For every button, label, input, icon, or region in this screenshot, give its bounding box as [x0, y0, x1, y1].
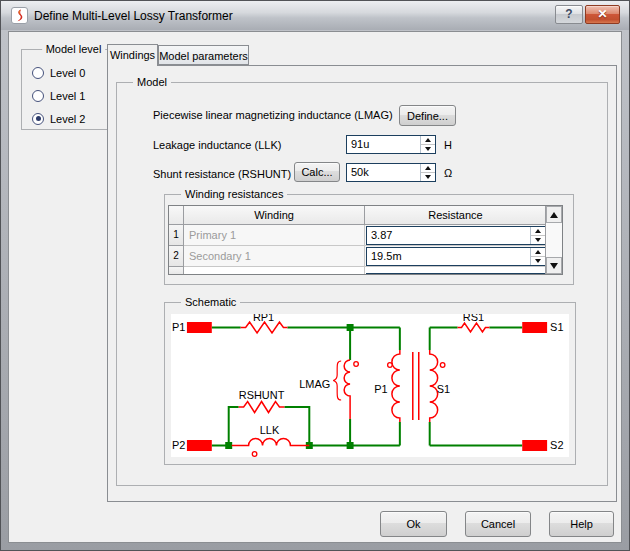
- resistance-cell: 3.87: [365, 225, 547, 246]
- spin-up[interactable]: [531, 227, 545, 235]
- transformer-schematic: P1 P2 S1 S2 RP1 RS1 RSHUNT LLK LMAG P1 S…: [171, 314, 569, 457]
- window-frame: Model level Level 0 Level 1 Level 2 Wind…: [1, 30, 629, 550]
- junction: [225, 442, 232, 449]
- resistance-value-1[interactable]: 3.87: [367, 227, 530, 244]
- up-arrow-icon: [550, 212, 558, 218]
- calc-button[interactable]: Calc...: [294, 162, 340, 182]
- spin-down[interactable]: [531, 256, 545, 265]
- row-number-button[interactable]: 1: [169, 225, 184, 246]
- llk-spin-down[interactable]: [421, 144, 435, 153]
- resistance-spinbox-2[interactable]: 19.5m: [366, 247, 546, 266]
- down-arrow-icon: [550, 263, 558, 269]
- scroll-down-button[interactable]: [546, 257, 562, 274]
- schematic-group-label: Schematic: [181, 296, 240, 308]
- llk-spinbox[interactable]: 91u: [346, 135, 436, 154]
- tab-model-parameters[interactable]: Model parameters: [158, 45, 249, 65]
- llk-value[interactable]: 91u: [347, 136, 420, 153]
- down-arrow-icon: [425, 147, 431, 151]
- lmag-label: Piecewise linear magnetizing inductance …: [153, 109, 393, 121]
- up-arrow-icon: [425, 166, 431, 170]
- rshunt-spin-down[interactable]: [421, 172, 435, 181]
- llk-label: Leakage inductance (LLK): [153, 139, 281, 151]
- llk-spin-buttons: [420, 136, 435, 153]
- terminal-p2: [187, 440, 212, 451]
- junction: [347, 324, 354, 331]
- down-arrow-icon: [425, 175, 431, 179]
- resistance-cell: 19.5m: [365, 246, 547, 267]
- rshunt-value[interactable]: 50k: [347, 164, 420, 181]
- rshunt-label: Shunt resistance (RSHUNT): [153, 168, 291, 180]
- table-corner-cell: [169, 206, 184, 225]
- table-header-row: Winding Resistance: [169, 206, 562, 225]
- up-arrow-icon: [535, 229, 541, 233]
- lmag-dot: [354, 362, 359, 367]
- junction: [347, 442, 354, 449]
- scroll-up-button[interactable]: [546, 206, 562, 223]
- inductor-llk: [232, 439, 310, 446]
- spin-down[interactable]: [531, 235, 545, 244]
- radio-level0[interactable]: [32, 67, 44, 79]
- model-group-label: Model: [133, 76, 171, 88]
- dialog-window: Define Multi-Level Lossy Transformer ? ✕…: [0, 0, 630, 551]
- schematic-label-rs1: RS1: [463, 314, 484, 323]
- schematic-label-rp1: RP1: [253, 314, 274, 323]
- define-button[interactable]: Define...: [399, 105, 456, 126]
- tab-windings[interactable]: Windings: [107, 44, 158, 66]
- rshunt-unit: Ω: [444, 167, 452, 179]
- junction-squares: [225, 324, 353, 449]
- resistance-spinbox-3: [366, 273, 546, 275]
- schematic-label-rshunt: RSHUNT: [239, 389, 285, 401]
- radio-row-level1[interactable]: Level 1: [32, 86, 85, 102]
- help-button[interactable]: Help: [549, 511, 614, 537]
- radio-row-level0[interactable]: Level 0: [32, 63, 85, 79]
- resistance-value-2[interactable]: 19.5m: [367, 248, 530, 265]
- down-arrow-icon: [535, 259, 541, 263]
- title-bar[interactable]: Define Multi-Level Lossy Transformer ? ✕: [1, 1, 629, 30]
- rshunt-spin-up[interactable]: [421, 164, 435, 172]
- winding-name-cell: Secondary 1: [184, 246, 365, 267]
- radio-level0-label: Level 0: [50, 67, 85, 79]
- schematic-label-p1-coil: P1: [374, 383, 387, 395]
- schematic-label-s1-coil: S1: [437, 383, 450, 395]
- window-title: Define Multi-Level Lossy Transformer: [34, 9, 233, 23]
- inductor-lmag: [344, 360, 350, 419]
- row-number-button[interactable]: 2: [169, 246, 184, 267]
- rshunt-spinbox[interactable]: 50k: [346, 163, 436, 182]
- table-row: 2 Secondary 1 19.5m: [169, 246, 562, 267]
- winding-resistances-label: Winding resistances: [181, 188, 287, 200]
- titlebar-help-button[interactable]: ?: [555, 5, 583, 24]
- row-number-button: [169, 267, 184, 275]
- transformer-core: [413, 352, 419, 420]
- table-row: 1 Primary 1 3.87: [169, 225, 562, 246]
- table-row-partial: [169, 267, 562, 275]
- llk-dot: [252, 452, 257, 457]
- up-arrow-icon: [425, 138, 431, 142]
- llk-spin-up[interactable]: [421, 136, 435, 144]
- radio-level2[interactable]: [32, 113, 44, 125]
- spin-up[interactable]: [531, 248, 545, 256]
- spin-buttons: [530, 248, 545, 265]
- schematic-label-p1-terminal: P1: [172, 321, 185, 333]
- rshunt-spin-buttons: [420, 164, 435, 181]
- close-button[interactable]: ✕: [585, 5, 620, 24]
- terminals: [187, 322, 547, 451]
- simetrix-flame-icon: [12, 8, 27, 23]
- schematic-label-p2-terminal: P2: [172, 439, 185, 451]
- table-scrollbar[interactable]: [545, 206, 562, 274]
- ok-button[interactable]: Ok: [380, 511, 447, 537]
- terminal-p1: [187, 322, 212, 333]
- wires: [212, 328, 522, 446]
- resistance-spinbox-1[interactable]: 3.87: [366, 226, 546, 245]
- col-header-winding: Winding: [184, 206, 365, 225]
- lmag-brace: [333, 361, 341, 400]
- terminal-s2: [522, 440, 547, 451]
- schematic-label-s2-terminal: S2: [550, 439, 563, 451]
- radio-level1[interactable]: [32, 90, 44, 102]
- cancel-button[interactable]: Cancel: [465, 511, 531, 537]
- primary-coil: [392, 350, 400, 422]
- secondary-dot: [440, 363, 445, 368]
- radio-row-level2[interactable]: Level 2: [32, 109, 85, 125]
- primary-dot: [388, 363, 393, 368]
- winding-resistances-table: Winding Resistance 1 Primary 1 3.87: [168, 205, 563, 275]
- radio-level2-label: Level 2: [50, 113, 85, 125]
